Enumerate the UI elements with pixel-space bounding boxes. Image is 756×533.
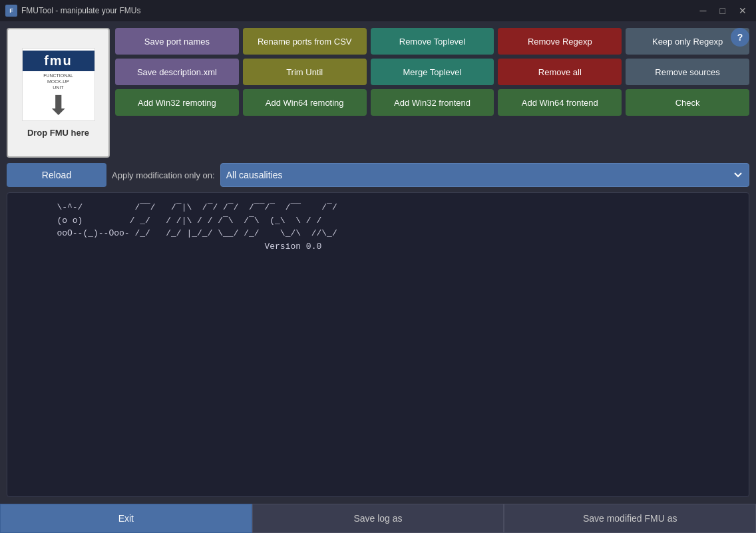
- remove-toplevel-button[interactable]: Remove Toplevel: [371, 28, 494, 55]
- check-button[interactable]: Check: [626, 89, 749, 116]
- remove-regexp-button[interactable]: Remove Regexp: [498, 28, 622, 55]
- save-description-button[interactable]: Save description.xml: [115, 59, 239, 85]
- help-button[interactable]: ?: [731, 28, 749, 47]
- remove-all-button[interactable]: Remove all: [498, 59, 622, 85]
- add-win64-frontend-button[interactable]: Add Win64 frontend: [498, 89, 622, 116]
- keep-only-regexp-button[interactable]: Keep only Regexp: [626, 28, 749, 55]
- add-win32-remoting-button[interactable]: Add Win32 remoting: [115, 89, 239, 116]
- add-win64-remoting-button[interactable]: Add Win64 remoting: [243, 89, 367, 116]
- titlebar: F FMUTool - manipulate your FMUs ─ □ ✕: [0, 0, 756, 21]
- fmu-drop-area[interactable]: fmu FUNCTIONAL MOCK-UP UNIT ⬇ Drop FMU h…: [7, 28, 110, 158]
- log-area: \-^-/ /¯¯/ /¯|\ /¯/ /¯/ /¯¯/¯ /¯¯ /¯/ (o…: [7, 192, 749, 497]
- minimize-button[interactable]: ─: [696, 4, 711, 17]
- app-icon: F: [5, 5, 17, 17]
- apply-label: Apply modification only on:: [112, 170, 215, 180]
- main-content: ? fmu FUNCTIONAL MOCK-UP UNIT ⬇ Drop FMU…: [0, 21, 756, 504]
- fmu-logo: fmu FUNCTIONAL MOCK-UP UNIT ⬇: [22, 48, 95, 121]
- fmu-logo-text: fmu: [23, 51, 94, 71]
- bottom-row: Exit Save log as Save modified FMU as: [0, 504, 756, 533]
- close-button[interactable]: ✕: [735, 4, 751, 17]
- merge-toplevel-button[interactable]: Merge Toplevel: [371, 59, 494, 85]
- rename-ports-csv-button[interactable]: Rename ports from CSV: [243, 28, 367, 55]
- save-fmu-button[interactable]: Save modified FMU as: [504, 504, 756, 533]
- fmu-arrow-icon: ⬇: [47, 92, 70, 118]
- reload-button[interactable]: Reload: [7, 163, 106, 187]
- causalities-select[interactable]: All causalities inputs outputs parameter…: [220, 163, 749, 187]
- controls-row: Reload Apply modification only on: All c…: [7, 163, 749, 187]
- save-port-names-button[interactable]: Save port names: [115, 28, 239, 55]
- fmu-logo-subtitle: FUNCTIONAL MOCK-UP UNIT: [42, 71, 75, 92]
- trim-until-button[interactable]: Trim Until: [243, 59, 367, 85]
- top-row: fmu FUNCTIONAL MOCK-UP UNIT ⬇ Drop FMU h…: [7, 28, 749, 158]
- remove-sources-button[interactable]: Remove sources: [626, 59, 749, 85]
- maximize-button[interactable]: □: [716, 4, 729, 17]
- fmu-drop-label: Drop FMU here: [27, 128, 89, 138]
- window-title: FMUTool - manipulate your FMUs: [21, 6, 696, 15]
- window-controls: ─ □ ✕: [696, 4, 751, 17]
- save-log-button[interactable]: Save log as: [252, 504, 504, 533]
- add-win32-frontend-button[interactable]: Add Win32 frontend: [371, 89, 494, 116]
- exit-button[interactable]: Exit: [0, 504, 252, 533]
- action-buttons-grid: Save port names Rename ports from CSV Re…: [115, 28, 749, 116]
